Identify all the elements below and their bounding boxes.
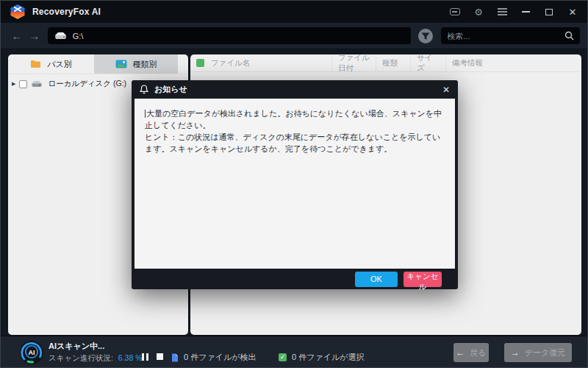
column-filename[interactable]: ファイル名: [190, 54, 331, 71]
minimize-button[interactable]: [520, 6, 531, 18]
tab-by-type-label: 種類別: [133, 59, 157, 70]
maximize-button[interactable]: [543, 6, 555, 18]
image-icon: [115, 60, 127, 68]
column-size[interactable]: サイズ: [410, 54, 445, 71]
forward-nav-arrow[interactable]: →: [26, 29, 43, 42]
pause-scan-icon[interactable]: [142, 353, 149, 361]
selected-check-icon: ✓: [279, 353, 287, 361]
dialog-title: お知らせ: [154, 84, 187, 95]
file-doc-icon: [171, 353, 179, 362]
folder-icon: [30, 60, 41, 68]
scan-progress-label: スキャン進行状況:: [49, 353, 113, 362]
back-arrow-icon: ←: [456, 347, 465, 358]
app-title: RecoveryFox AI: [32, 7, 101, 17]
feedback-chat-icon[interactable]: [449, 6, 461, 18]
tree-item-label: ローカルディスク (G:): [48, 79, 126, 89]
bell-icon: [140, 85, 148, 94]
back-button[interactable]: ← 戻る: [453, 343, 489, 362]
file-table-header: ファイル名 ファイル日付 種類 サイズ 備考情報: [190, 54, 581, 72]
dialog-message: 大量の空白データが検出されました。お待ちになりたくない場合、スキャンを中止してく…: [135, 99, 455, 269]
tab-by-type[interactable]: 種類別: [94, 54, 178, 74]
scan-progress-value: 6.38 %: [118, 353, 143, 362]
column-notes[interactable]: 備考情報: [445, 54, 581, 71]
files-detected-text: 0 件ファイルが検出: [184, 352, 256, 363]
recover-data-button[interactable]: → データ復元: [504, 343, 572, 362]
svg-text:AI: AI: [29, 349, 35, 356]
column-type[interactable]: 種類: [376, 54, 410, 71]
expander-icon[interactable]: ▶: [12, 81, 15, 87]
titlebar-controls: ⚙ ✕: [449, 6, 578, 18]
dialog-message-line1: 大量の空白データが検出されました。お待ちになりたくない場合、スキャンを中止してく…: [145, 109, 442, 130]
ok-button[interactable]: OK: [355, 272, 398, 287]
filter-icon[interactable]: [417, 28, 434, 44]
dialog-message-line2: ヒント：この状況は通常、ディスクの末尾にデータが存在しないことを示しています。ス…: [145, 132, 440, 153]
column-filedate[interactable]: ファイル日付: [331, 54, 376, 71]
app-window: RecoveryFox AI ⚙ ✕ ← → G:\: [0, 0, 588, 368]
text-caret: [145, 110, 146, 118]
files-selected-text: 0 件ファイルが選択: [292, 352, 364, 363]
notice-dialog: お知らせ ✕ 大量の空白データが検出されました。お待ちになりたくない場合、スキャ…: [132, 80, 458, 289]
settings-gear-icon[interactable]: ⚙: [473, 6, 484, 18]
sidebar-tabs: パス別 種類別: [8, 54, 188, 74]
search-icon[interactable]: [564, 31, 574, 40]
app-logo-icon: [10, 4, 26, 19]
close-button[interactable]: ✕: [567, 6, 578, 18]
disk-icon: [31, 80, 43, 88]
drive-path-text: G:\: [73, 32, 84, 40]
stop-scan-icon[interactable]: [157, 353, 163, 360]
column-filename-label: ファイル名: [211, 58, 250, 68]
back-nav-arrow[interactable]: ←: [8, 29, 26, 42]
scan-status-title: AIスキャン中...: [49, 341, 104, 352]
menu-icon[interactable]: [496, 6, 508, 18]
drive-icon: [54, 32, 67, 40]
scan-progress: スキャン進行状況: 6.38 %: [49, 353, 143, 364]
files-detected-status: 0 件ファイルが検出: [171, 352, 256, 363]
search-box: [441, 27, 580, 44]
tab-by-path-label: パス別: [47, 59, 72, 70]
toolbar: ← → G:\: [1, 23, 587, 49]
notice-dialog-header: お知らせ ✕: [132, 80, 458, 99]
ai-scan-badge-icon: AI: [18, 339, 45, 368]
dialog-close-icon[interactable]: ✕: [442, 85, 450, 94]
select-all-checkbox[interactable]: [196, 59, 204, 67]
cancel-button[interactable]: キャンセル: [404, 272, 442, 287]
files-selected-status: ✓ 0 件ファイルが選択: [279, 352, 364, 363]
search-input[interactable]: [447, 32, 564, 40]
drive-path-selector[interactable]: G:\: [48, 27, 412, 44]
titlebar: RecoveryFox AI ⚙ ✕: [1, 1, 587, 23]
dialog-footer: OK キャンセル: [132, 269, 458, 289]
tab-by-path[interactable]: パス別: [8, 54, 94, 74]
tree-item-checkbox[interactable]: [19, 80, 27, 88]
recover-arrow-icon: →: [511, 347, 520, 358]
statusbar: AI AIスキャン中... スキャン進行状況: 6.38 % 0 件ファイルが検…: [1, 336, 587, 368]
content-area: パス別 種類別 ▶: [1, 49, 587, 336]
